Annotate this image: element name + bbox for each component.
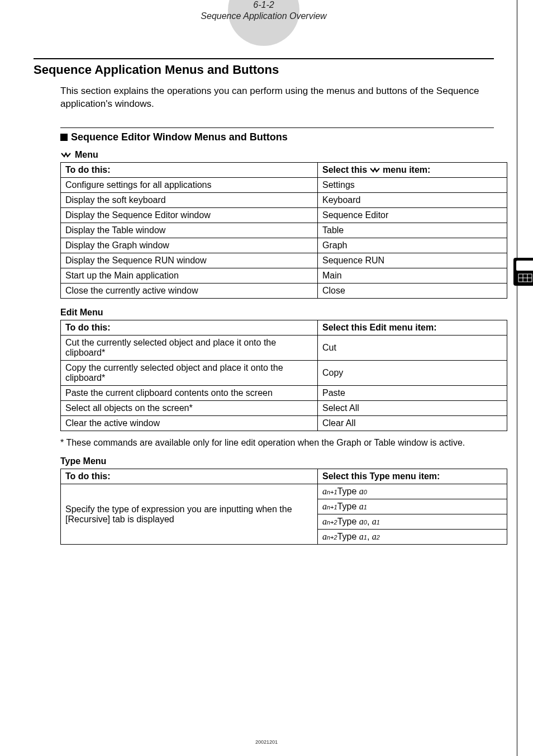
- table-header-row: To do this: Select this menu item:: [61, 162, 507, 177]
- table-header-row: To do this: Select this Type menu item:: [61, 469, 507, 484]
- table-cell: Close the currently active window: [61, 283, 318, 298]
- sub-heading: Sequence Editor Window Menus and Buttons: [60, 131, 494, 143]
- table-header-left: To do this:: [61, 469, 318, 484]
- table-cell: Paste: [318, 385, 507, 400]
- table-cell: Display the Sequence Editor window: [61, 207, 318, 223]
- intro-paragraph: This section explains the operations you…: [60, 85, 494, 111]
- table-cell: Settings: [318, 177, 507, 192]
- main-heading: Sequence Application Menus and Buttons: [34, 63, 494, 77]
- table-cell: Table: [318, 223, 507, 238]
- table-header-right: Select this Type menu item:: [318, 469, 507, 484]
- table-row: Display the soft keyboardKeyboard: [61, 192, 507, 207]
- table-row: Display the Sequence Editor windowSequen…: [61, 207, 507, 223]
- square-bullet-icon: [60, 134, 68, 141]
- footnote: * These commands are available only for …: [60, 437, 494, 449]
- table-cell: Graph: [318, 238, 507, 253]
- divider: [34, 58, 494, 59]
- edit-menu-table: To do this: Select this Edit menu item: …: [60, 320, 507, 431]
- system-menu-label: Menu: [60, 150, 494, 160]
- table-header-left: To do this:: [61, 162, 318, 177]
- system-menu-table: To do this: Select this menu item: Confi…: [60, 162, 507, 299]
- vertical-rule: [517, 0, 517, 756]
- edit-menu-label: Edit Menu: [60, 308, 494, 318]
- table-cell: Keyboard: [318, 192, 507, 207]
- table-cell: Cut the currently selected object and pl…: [61, 335, 318, 360]
- header-right-pre: Select this: [322, 165, 367, 175]
- table-cell: Start up the Main application: [61, 268, 318, 283]
- table-row: Start up the Main applicationMain: [61, 268, 507, 283]
- page-header: 6-1-2 Sequence Application Overview: [34, 0, 494, 21]
- header-right-post: menu item:: [383, 165, 430, 175]
- table-cell: Copy the currently selected object and p…: [61, 360, 318, 385]
- table-cell: Display the Sequence RUN window: [61, 253, 318, 268]
- table-row: Display the Table windowTable: [61, 223, 507, 238]
- type-menu-table: To do this: Select this Type menu item: …: [60, 469, 507, 545]
- system-menu-label-text: Menu: [75, 150, 98, 160]
- divider: [60, 127, 494, 128]
- table-cell: Clear the active window: [61, 415, 318, 431]
- svg-rect-1: [516, 261, 533, 271]
- settings-menu-icon: [60, 151, 72, 159]
- table-cell: Main: [318, 268, 507, 283]
- table-cell: Cut: [318, 335, 507, 360]
- table-cell: Display the Graph window: [61, 238, 318, 253]
- sub-heading-text: Sequence Editor Window Menus and Buttons: [71, 131, 288, 143]
- section-title: Sequence Application Overview: [34, 11, 494, 21]
- table-cell: Select All: [318, 400, 507, 415]
- table-row: Clear the active windowClear All: [61, 415, 507, 431]
- table-header-row: To do this: Select this Edit menu item:: [61, 320, 507, 335]
- table-cell: Display the soft keyboard: [61, 192, 318, 207]
- table-row: Cut the currently selected object and pl…: [61, 335, 507, 360]
- table-cell: Copy: [318, 360, 507, 385]
- footer-number: 20021201: [0, 739, 533, 745]
- table-cell: an+1Type a0: [318, 484, 507, 499]
- settings-menu-icon: [369, 166, 380, 174]
- table-row: Specify the type of expression you are i…: [61, 484, 507, 499]
- table-cell: Sequence RUN: [318, 253, 507, 268]
- section-number: 6-1-2: [34, 0, 494, 10]
- table-cell: Display the Table window: [61, 223, 318, 238]
- table-header-left: To do this:: [61, 320, 318, 335]
- table-row: Display the Sequence RUN windowSequence …: [61, 253, 507, 268]
- table-row: Select all objects on the screen*Select …: [61, 400, 507, 415]
- table-header-right: Select this menu item:: [318, 162, 507, 177]
- table-cell: an+2Type a0, a1: [318, 514, 507, 530]
- table-row: Paste the current clipboard contents ont…: [61, 385, 507, 400]
- table-row: Configure settings for all applicationsS…: [61, 177, 507, 192]
- table-row: Display the Graph windowGraph: [61, 238, 507, 253]
- table-cell: an+2Type a1, a2: [318, 530, 507, 545]
- table-cell: Configure settings for all applications: [61, 177, 318, 192]
- type-menu-label: Type Menu: [60, 456, 494, 466]
- table-row: Close the currently active windowClose: [61, 283, 507, 298]
- table-row: Copy the currently selected object and p…: [61, 360, 507, 385]
- table-cell: Close: [318, 283, 507, 298]
- calculator-side-icon: [513, 257, 533, 286]
- table-cell: Paste the current clipboard contents ont…: [61, 385, 318, 400]
- table-cell: Select all objects on the screen*: [61, 400, 318, 415]
- table-cell: Specify the type of expression you are i…: [61, 484, 318, 545]
- table-header-right: Select this Edit menu item:: [318, 320, 507, 335]
- table-cell: an+1Type a1: [318, 499, 507, 514]
- table-cell: Clear All: [318, 415, 507, 431]
- table-cell: Sequence Editor: [318, 207, 507, 223]
